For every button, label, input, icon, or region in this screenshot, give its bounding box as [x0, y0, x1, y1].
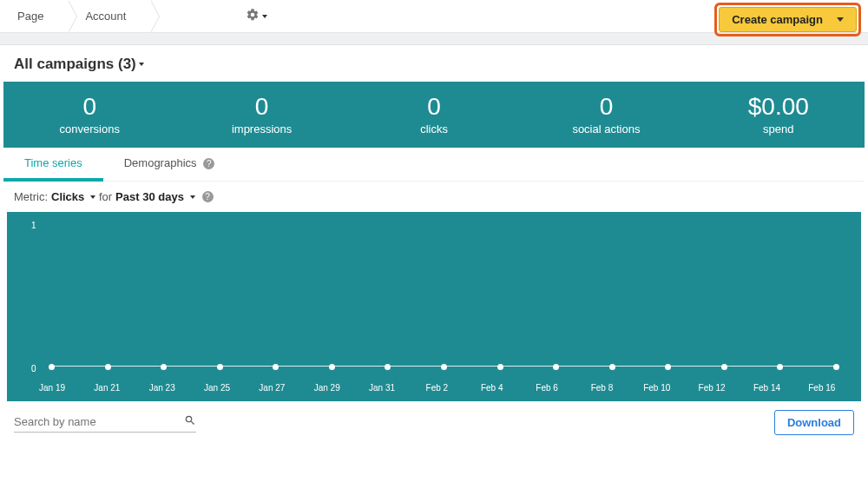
range-dropdown[interactable]: Past 30 days: [115, 190, 194, 203]
bottom-bar: Download: [0, 401, 868, 444]
breadcrumb-page[interactable]: Page: [0, 0, 68, 33]
chart-point: [609, 364, 615, 370]
for-label: for: [99, 190, 112, 203]
metric-label: conversions: [3, 122, 175, 135]
chart-point: [105, 364, 111, 370]
x-tick: Feb 16: [805, 383, 839, 393]
metric-spend: $0.00 spend: [693, 94, 865, 135]
chart-point: [721, 364, 727, 370]
metric-impressions: 0 impressions: [175, 94, 347, 135]
chart-point: [441, 364, 447, 370]
x-tick: Jan 23: [145, 383, 180, 393]
chart-point: [217, 364, 223, 370]
chart-point: [553, 364, 559, 370]
chart-point: [385, 364, 391, 370]
chart-point: [665, 364, 671, 370]
caret-down-icon: [837, 17, 844, 22]
x-tick: Feb 6: [529, 383, 564, 393]
x-tick: Feb 10: [640, 383, 674, 393]
metric-label: clicks: [348, 122, 520, 135]
y-tick-1: 1: [31, 221, 36, 230]
chart-point: [833, 364, 839, 370]
metric-value: 0: [3, 94, 175, 121]
y-tick-0: 0: [31, 364, 36, 373]
chart-point: [273, 364, 279, 370]
metric-social-actions: 0 social actions: [520, 94, 692, 135]
x-tick: Jan 29: [310, 383, 345, 393]
settings-menu[interactable]: [246, 8, 267, 24]
gear-icon: [246, 8, 260, 24]
create-campaign-button[interactable]: Create campaign: [719, 7, 857, 32]
x-tick: Jan 27: [254, 383, 289, 393]
tab-demographics-label: Demographics: [124, 156, 197, 169]
metric-label: social actions: [520, 122, 692, 135]
metric-clicks: 0 clicks: [348, 94, 520, 135]
chart-points: [49, 364, 839, 370]
metric-value: 0: [175, 94, 347, 121]
x-tick: Jan 19: [35, 383, 69, 393]
x-tick: Feb 14: [749, 383, 784, 393]
x-tick: Feb 2: [419, 383, 454, 393]
x-tick: Feb 8: [584, 383, 619, 393]
metric-selector-row: Metric: Clicks for Past 30 days ?: [0, 182, 868, 212]
caret-down-icon: [190, 195, 195, 199]
top-nav: Page Account Create campaign: [0, 0, 868, 33]
help-icon[interactable]: ?: [202, 191, 214, 202]
x-tick: Jan 25: [200, 383, 234, 393]
caret-down-icon: [90, 195, 95, 199]
chart-point: [161, 364, 167, 370]
create-campaign-highlight: Create campaign: [714, 3, 861, 36]
download-button[interactable]: Download: [774, 410, 854, 435]
metric-label: spend: [693, 122, 865, 135]
time-series-chart: 1 0 Jan 19 Jan 21 Jan 23 Jan 25 Jan 27 J…: [7, 212, 861, 401]
help-icon[interactable]: ?: [203, 158, 214, 169]
metric-dropdown-value: Clicks: [51, 190, 84, 203]
x-axis-labels: Jan 19 Jan 21 Jan 23 Jan 25 Jan 27 Jan 2…: [49, 383, 839, 393]
metric-value: 0: [348, 94, 520, 121]
metric-label: impressions: [175, 122, 347, 135]
x-tick: Feb 12: [694, 383, 729, 393]
x-tick: Jan 31: [365, 383, 399, 393]
metric-value: $0.00: [693, 94, 865, 121]
x-tick: Feb 4: [475, 383, 510, 393]
tab-demographics[interactable]: Demographics ?: [103, 148, 235, 181]
metric-value: 0: [520, 94, 692, 121]
range-dropdown-value: Past 30 days: [115, 190, 184, 203]
chart-point: [329, 364, 335, 370]
create-campaign-label: Create campaign: [732, 13, 823, 26]
metric-conversions: 0 conversions: [3, 94, 175, 135]
search-input[interactable]: [14, 415, 184, 428]
metric-dropdown[interactable]: Clicks: [51, 190, 95, 203]
caret-down-icon: [262, 15, 267, 18]
chart-point: [777, 364, 783, 370]
tab-time-series[interactable]: Time series: [3, 148, 103, 182]
metric-prefix-label: Metric:: [14, 190, 48, 203]
page-title: All campaigns (3): [14, 56, 136, 73]
breadcrumb-account[interactable]: Account: [68, 0, 150, 33]
caret-down-icon: [139, 63, 144, 66]
metrics-strip: 0 conversions 0 impressions 0 clicks 0 s…: [3, 82, 865, 148]
search-wrap[interactable]: [14, 412, 196, 433]
search-icon[interactable]: [184, 414, 196, 429]
chart-point: [49, 364, 55, 370]
tabs-row: Time series Demographics ?: [3, 148, 865, 182]
page-title-row[interactable]: All campaigns (3): [0, 45, 868, 82]
x-tick: Jan 21: [89, 383, 124, 393]
chart-point: [497, 364, 503, 370]
